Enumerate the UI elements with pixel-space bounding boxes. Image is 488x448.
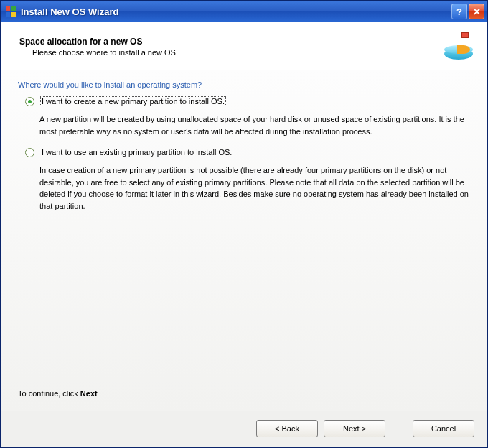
radio-icon bbox=[25, 148, 34, 157]
close-button[interactable]: ✕ bbox=[469, 4, 484, 19]
svg-rect-3 bbox=[11, 12, 16, 17]
next-button[interactable]: Next > bbox=[324, 420, 385, 437]
wizard-header: Space allocation for a new OS Please cho… bbox=[1, 22, 487, 70]
svg-rect-1 bbox=[11, 6, 16, 11]
radio-label: I want to use an existing primary partit… bbox=[40, 147, 233, 157]
wizard-footer: < Back Next > Cancel bbox=[1, 411, 487, 447]
cancel-button[interactable]: Cancel bbox=[413, 420, 474, 437]
question-text: Where would you like to install an opera… bbox=[18, 80, 470, 89]
radio-icon bbox=[25, 97, 34, 106]
radio-label: I want to create a new primary partition… bbox=[40, 96, 226, 106]
disk-icon bbox=[443, 31, 474, 62]
option-create-partition[interactable]: I want to create a new primary partition… bbox=[25, 96, 470, 106]
close-icon: ✕ bbox=[473, 6, 481, 17]
option-existing-partition[interactable]: I want to use an existing primary partit… bbox=[25, 147, 470, 157]
svg-rect-0 bbox=[6, 6, 10, 11]
wizard-window: Install New OS Wizard ? ✕ Space allocati… bbox=[0, 0, 488, 448]
back-button[interactable]: < Back bbox=[256, 420, 318, 437]
continue-hint: To continue, click Next bbox=[18, 389, 470, 403]
window-title: Install New OS Wizard bbox=[21, 6, 451, 17]
option-create-description: A new partition will be created by using… bbox=[39, 113, 470, 137]
app-icon bbox=[5, 6, 17, 17]
page-subtitle: Please choose where to install a new OS bbox=[19, 48, 443, 57]
option-existing-description: In case creation of a new primary partit… bbox=[39, 164, 470, 212]
help-button[interactable]: ? bbox=[451, 4, 467, 19]
page-title: Space allocation for a new OS bbox=[19, 37, 443, 47]
svg-rect-2 bbox=[6, 12, 10, 17]
help-icon: ? bbox=[456, 6, 462, 17]
titlebar[interactable]: Install New OS Wizard ? ✕ bbox=[1, 1, 487, 22]
wizard-content: Where would you like to install an opera… bbox=[1, 70, 487, 411]
